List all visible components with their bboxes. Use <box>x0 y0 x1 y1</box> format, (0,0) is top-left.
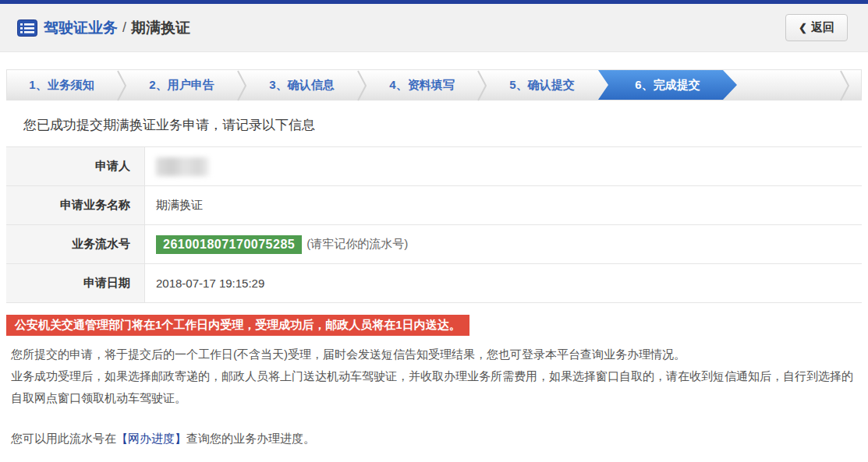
chevron-right-icon <box>116 70 127 100</box>
footer-note: 您可以用此流水号在【网办进度】查询您的业务办理进度。 <box>11 432 862 446</box>
step-2-user-declaration[interactable]: 2、用户申告 <box>127 70 236 100</box>
step-6-complete-submit-active[interactable]: 6、完成提交 <box>598 70 737 100</box>
row-label: 申请日期 <box>6 264 145 302</box>
submission-info-table: 申请人 申请业务名称 期满换证 业务流水号 261001807170075285… <box>6 146 862 303</box>
step-wizard-filler <box>737 70 861 100</box>
instructions-text: 您所提交的申请，将于提交后的一个工作日(不含当天)受理，届时会发送短信告知受理结… <box>11 344 862 408</box>
progress-query-link[interactable]: 【网办进度】 <box>116 432 186 445</box>
step-4-fill-materials[interactable]: 4、资料填写 <box>367 70 477 100</box>
row-label: 业务流水号 <box>6 225 145 263</box>
table-row-business-name: 申请业务名称 期满换证 <box>6 186 862 225</box>
instruction-paragraph: 业务成功受理后，如果选择邮政寄递的，邮政人员将上门送达机动车驾驶证，并收取办理业… <box>11 365 862 409</box>
back-button[interactable]: ❮ 返回 <box>785 14 848 41</box>
chevron-left-icon: ❮ <box>799 22 807 34</box>
masked-applicant-name <box>156 157 209 176</box>
breadcrumb-separator: / <box>122 19 126 36</box>
breadcrumb-current: 期满换证 <box>131 18 190 38</box>
row-value: 2018-07-17 19:15:29 <box>145 264 862 302</box>
row-label: 申请人 <box>6 147 145 185</box>
serial-number-note: (请牢记你的流水号) <box>306 237 408 252</box>
row-value <box>145 147 862 185</box>
chevron-right-icon <box>356 70 367 100</box>
table-row-applicant: 申请人 <box>6 147 862 186</box>
table-row-serial-number: 业务流水号 261001807170075285 (请牢记你的流水号) <box>6 225 862 264</box>
chevron-right-icon <box>236 70 247 100</box>
serial-number-badge: 261001807170075285 <box>156 235 302 254</box>
row-value: 261001807170075285 (请牢记你的流水号) <box>145 225 862 263</box>
page-header: 驾驶证业务 / 期满换证 ❮ 返回 <box>0 4 868 52</box>
list-icon <box>17 19 37 37</box>
footer-note-prefix: 您可以用此流水号在 <box>11 432 116 445</box>
chevron-right-icon <box>839 70 850 104</box>
row-value: 期满换证 <box>145 186 862 224</box>
processing-alert-banner: 公安机关交通管理部门将在1个工作日内受理，受理成功后，邮政人员将在1日内送达。 <box>6 315 469 336</box>
page-title: 驾驶证业务 <box>44 18 118 38</box>
row-label: 申请业务名称 <box>6 186 145 224</box>
table-row-apply-date: 申请日期 2018-07-17 19:15:29 <box>6 264 862 303</box>
step-wizard: 1、业务须知 2、用户申告 3、确认信息 4、资料填写 5、确认提交 6、完成提… <box>6 69 862 101</box>
chevron-right-icon <box>477 70 487 100</box>
step-1-business-notice[interactable]: 1、业务须知 <box>7 70 116 100</box>
back-button-label: 返回 <box>811 20 834 35</box>
instruction-paragraph: 您所提交的申请，将于提交后的一个工作日(不含当天)受理，届时会发送短信告知受理结… <box>11 344 862 365</box>
success-message: 您已成功提交期满换证业务申请，请记录以下信息 <box>23 116 868 134</box>
step-5-confirm-submit[interactable]: 5、确认提交 <box>487 70 597 100</box>
footer-note-suffix: 查询您的业务办理进度。 <box>186 432 315 445</box>
step-3-confirm-info[interactable]: 3、确认信息 <box>247 70 356 100</box>
